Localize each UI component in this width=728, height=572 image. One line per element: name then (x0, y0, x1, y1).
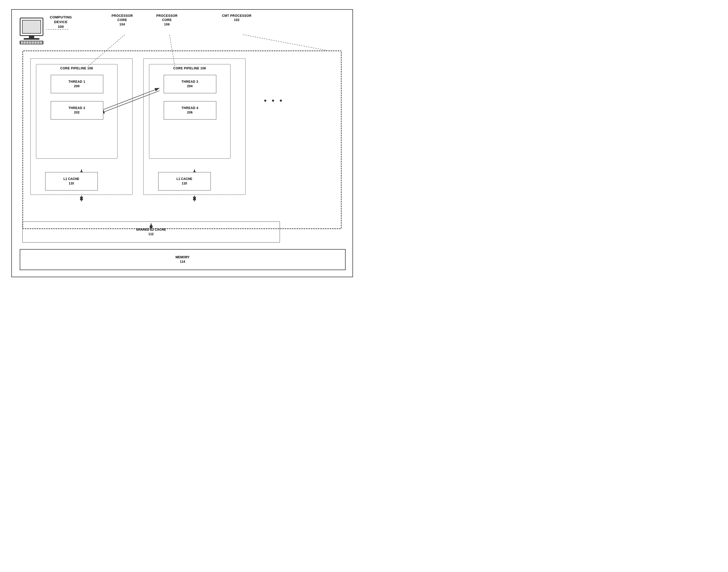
core-pipeline-106-label: CORE PIPELINE 108 (149, 66, 230, 70)
l1-cache-104-box: L1 CACHE 110 (45, 172, 98, 191)
core-pipeline-104-label: CORE PIPELINE 108 (36, 66, 117, 70)
keyboard-icon (20, 41, 43, 45)
processor-core-106-label: PROCESSOR CORE 106 (156, 14, 178, 27)
computing-device-icon (20, 18, 43, 45)
monitor-icon (20, 18, 43, 36)
memory-box: MEMORY 114 (20, 249, 346, 270)
ellipsis-dots: • • • (264, 96, 284, 105)
memory-label: MEMORY 114 (176, 255, 190, 264)
svg-line-2 (243, 35, 327, 51)
monitor-stand (29, 36, 34, 38)
thread2-label: THREAD 2 202 (68, 106, 85, 115)
computing-device-label: COMPUTING DEVICE 100 (50, 15, 72, 29)
thread3-box: THREAD 3 204 (164, 75, 216, 93)
processor-core-104-box: CORE PIPELINE 108 THREAD 1 200 THREAD 2 … (30, 58, 133, 195)
shared-l2-cache-box: SHARED L2 CACHE 112 (22, 221, 280, 242)
thread2-box: THREAD 2 202 (51, 101, 103, 120)
thread1-box: THREAD 1 200 (51, 75, 103, 93)
l1-cache-106-label: L1 CACHE 110 (176, 177, 192, 186)
monitor-base (24, 38, 40, 40)
diagram-container: COMPUTING DEVICE 100 PROCESSOR CORE 104 … (11, 9, 353, 277)
shared-l2-label: SHARED L2 CACHE 112 (136, 227, 166, 236)
l1-cache-104-label: L1 CACHE 110 (63, 177, 79, 186)
thread1-label: THREAD 1 200 (68, 80, 85, 88)
core-pipeline-104-box: CORE PIPELINE 108 THREAD 1 200 THREAD 2 … (36, 64, 118, 159)
thread3-label: THREAD 3 204 (181, 80, 198, 88)
cmt-processor-label: CMT PROCESSOR 102 (222, 14, 252, 22)
monitor-screen (22, 20, 41, 33)
core-pipeline-106-box: CORE PIPELINE 108 THREAD 3 204 THREAD 4 … (149, 64, 230, 159)
processor-core-106-box: CORE PIPELINE 108 THREAD 3 204 THREAD 4 … (143, 58, 246, 195)
processor-core-104-label: PROCESSOR CORE 104 (112, 14, 133, 27)
l1-cache-106-box: L1 CACHE 110 (158, 172, 211, 191)
thread4-box: THREAD 4 206 (164, 101, 216, 120)
thread4-label: THREAD 4 206 (181, 106, 198, 115)
